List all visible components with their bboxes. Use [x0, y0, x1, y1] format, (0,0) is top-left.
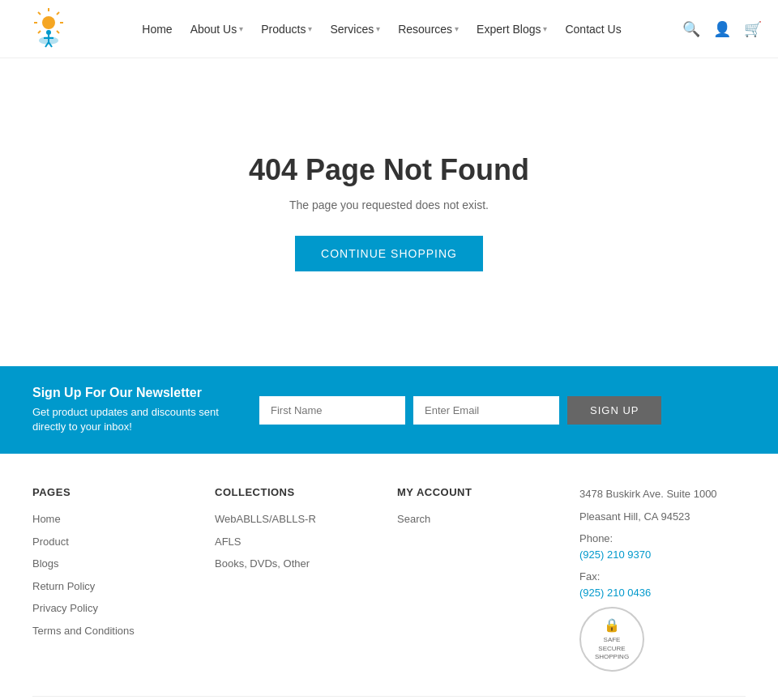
chevron-down-icon: ▾ [455, 24, 459, 33]
nav-expert-blogs[interactable]: Expert Blogs ▾ [470, 19, 554, 39]
main-content: 404 Page Not Found The page you requeste… [0, 58, 778, 366]
error-title: 404 Page Not Found [249, 153, 529, 187]
svg-line-7 [57, 12, 59, 15]
newsletter-banner: Sign Up For Our Newsletter Get product u… [0, 366, 778, 454]
nav-services[interactable]: Services ▾ [323, 19, 387, 39]
cart-icon[interactable]: 🛒 [744, 20, 762, 38]
footer-columns: PAGES Home Product Blogs Return Policy P… [32, 486, 746, 672]
nav-resources[interactable]: Resources ▾ [391, 19, 465, 39]
footer-link-blogs[interactable]: Blogs [32, 556, 199, 572]
footer-link-return-policy[interactable]: Return Policy [32, 578, 199, 595]
footer-fax-number[interactable]: (925) 210 0436 [579, 585, 746, 601]
footer-link-privacy-policy[interactable]: Privacy Policy [32, 600, 199, 617]
footer-address-line2: Pleasant Hill, CA 94523 [579, 509, 746, 525]
safe-secure-badge: 🔒 SAFE SECURE SHOPPING [579, 607, 644, 672]
svg-point-10 [46, 30, 51, 35]
newsletter-title: Sign Up For Our Newsletter [32, 386, 243, 400]
chevron-down-icon: ▾ [308, 24, 312, 33]
chevron-down-icon: ▾ [239, 24, 243, 33]
footer-bottom:  f 𝕋 📷 in ▶ AMEX PAY ⊕ DISC JCB MC PP V… [32, 696, 746, 700]
site-header: Home About Us ▾ Products ▾ Services ▾ Re… [0, 0, 778, 58]
svg-line-8 [38, 31, 41, 33]
site-footer: PAGES Home Product Blogs Return Policy P… [0, 454, 778, 700]
footer-fax: Fax: (925) 210 0436 [579, 569, 746, 600]
main-nav: Home About Us ▾ Products ▾ Services ▾ Re… [135, 19, 627, 39]
nav-products[interactable]: Products ▾ [254, 19, 318, 39]
nav-contact-us[interactable]: Contact Us [558, 19, 627, 39]
chevron-down-icon: ▾ [543, 24, 547, 33]
footer-phone: Phone: (925) 210 9370 [579, 531, 746, 562]
chevron-down-icon: ▾ [376, 24, 380, 33]
svg-point-0 [42, 16, 55, 29]
search-icon[interactable]: 🔍 [682, 20, 700, 38]
footer-link-afls[interactable]: AFLS [215, 534, 381, 550]
error-subtitle: The page you requested does not exist. [289, 198, 489, 211]
footer-collections-col: COLLECTIONS WebABLLS/ABLLS-R AFLS Books,… [215, 486, 381, 672]
footer-phone-number[interactable]: (925) 210 9370 [579, 547, 746, 563]
lock-icon: 🔒 [604, 617, 620, 634]
svg-line-5 [38, 12, 41, 15]
footer-pages-col: PAGES Home Product Blogs Return Policy P… [32, 486, 199, 672]
nav-about-us[interactable]: About Us ▾ [184, 19, 250, 39]
first-name-input[interactable] [259, 396, 405, 425]
logo-svg [16, 5, 81, 53]
footer-link-home[interactable]: Home [32, 511, 199, 527]
footer-account-col: MY ACCOUNT Search [397, 486, 563, 672]
nav-home[interactable]: Home [135, 19, 178, 39]
newsletter-description: Get product updates and discounts sent d… [32, 405, 243, 434]
footer-link-product[interactable]: Product [32, 534, 199, 550]
footer-link-books[interactable]: Books, DVDs, Other [215, 556, 381, 572]
newsletter-text: Sign Up For Our Newsletter Get product u… [32, 386, 243, 434]
footer-address-line1: 3478 Buskirk Ave. Suite 1000 [579, 486, 746, 502]
footer-collections-heading: COLLECTIONS [215, 486, 381, 498]
account-icon[interactable]: 👤 [713, 20, 731, 38]
footer-link-terms[interactable]: Terms and Conditions [32, 623, 199, 639]
email-input[interactable] [413, 396, 559, 425]
header-icons: 🔍 👤 🛒 [682, 20, 762, 38]
logo[interactable] [16, 5, 81, 53]
signup-button[interactable]: SIGN UP [567, 396, 661, 425]
footer-link-webabl[interactable]: WebABLLS/ABLLS-R [215, 511, 381, 527]
continue-shopping-button[interactable]: CONTINUE SHOPPING [295, 236, 483, 271]
svg-line-6 [57, 31, 59, 33]
footer-account-heading: MY ACCOUNT [397, 486, 563, 498]
footer-contact-col: 3478 Buskirk Ave. Suite 1000 Pleasant Hi… [579, 486, 746, 672]
footer-pages-heading: PAGES [32, 486, 199, 498]
newsletter-fields: SIGN UP [259, 396, 746, 425]
footer-link-search[interactable]: Search [397, 511, 563, 527]
